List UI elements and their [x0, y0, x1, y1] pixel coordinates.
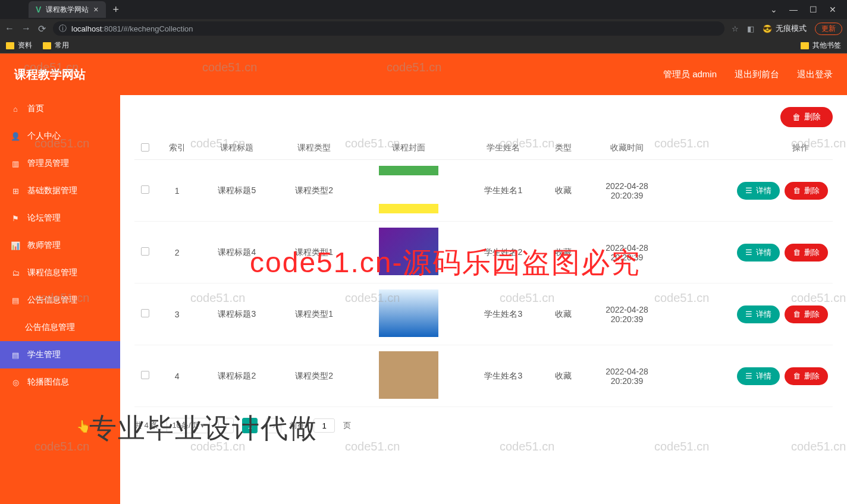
- sidebar-item-10[interactable]: ◎轮播图信息: [0, 368, 120, 396]
- main-content: 🗑 删除 索引 课程标题 课程类型 课程封面 学生姓名 类型 收藏时间: [120, 95, 847, 504]
- sidebar-icon: ▥: [11, 159, 20, 168]
- page-number[interactable]: 1: [242, 418, 258, 433]
- incognito-icon: 😎: [763, 24, 772, 33]
- checkbox[interactable]: [141, 247, 149, 256]
- checkbox[interactable]: [141, 309, 149, 317]
- cell-type: 课程类型1: [275, 284, 353, 345]
- back-icon[interactable]: ←: [5, 23, 14, 34]
- list-icon: ☰: [745, 248, 752, 257]
- chevron-down-icon: ▾: [200, 421, 205, 430]
- sidebar-item-5[interactable]: 📊教师管理: [0, 232, 120, 259]
- next-page-button[interactable]: ›: [266, 418, 281, 433]
- bookmark-item[interactable]: 资料: [6, 40, 32, 51]
- detail-button[interactable]: ☰ 详情: [737, 182, 780, 200]
- checkbox[interactable]: [141, 371, 149, 379]
- checkbox[interactable]: [141, 185, 149, 194]
- folder-icon: [6, 42, 14, 49]
- row-delete-button[interactable]: 🗑 删除: [785, 244, 828, 262]
- total-label: 共 4 条: [134, 420, 158, 431]
- prev-page-button[interactable]: ‹: [218, 418, 234, 433]
- reload-icon[interactable]: ⟳: [38, 23, 46, 34]
- cell-index: 3: [156, 284, 199, 345]
- cell-title: 课程标题3: [199, 284, 276, 345]
- cell-cover: [353, 222, 465, 284]
- sidebar: ⌂首页👤个人中心▥管理员管理⊞基础数据管理⚑论坛管理📊教师管理🗂课程信息管理▤公…: [0, 95, 120, 504]
- window-close-icon[interactable]: ✕: [829, 5, 836, 14]
- sidebar-item-4[interactable]: ⚑论坛管理: [0, 204, 120, 232]
- logout-link[interactable]: 退出登录: [797, 69, 833, 80]
- goto-pre: 前往: [290, 420, 305, 431]
- cell-time: 2022-04-2820:20:39: [585, 345, 669, 407]
- col-cover: 课程封面: [353, 137, 465, 160]
- cell-index: 2: [156, 222, 199, 284]
- sidebar-icon: ▤: [11, 296, 20, 305]
- cell-type: 课程类型1: [275, 222, 353, 284]
- table-row: 1课程标题5课程类型2学生姓名1收藏2022-04-2820:20:39☰ 详情…: [134, 160, 833, 222]
- star-icon[interactable]: ☆: [732, 24, 739, 33]
- vue-icon: V: [36, 5, 41, 14]
- col-time: 收藏时间: [585, 137, 669, 160]
- sidebar-item-7[interactable]: ▤公告信息管理: [0, 286, 120, 314]
- close-icon[interactable]: ×: [93, 5, 98, 14]
- sidebar-item-6[interactable]: 🗂课程信息管理: [0, 259, 120, 286]
- list-icon: ☰: [745, 310, 752, 319]
- row-delete-button[interactable]: 🗑 删除: [785, 305, 828, 323]
- table-row: 2课程标题4课程类型1学生姓名2收藏2022-04-2820:20:39☰ 详情…: [134, 222, 833, 284]
- cell-type: 课程类型2: [275, 345, 353, 407]
- url-host: localhost: [71, 24, 102, 33]
- cover-thumb: [379, 228, 438, 275]
- delete-button[interactable]: 🗑 删除: [780, 107, 833, 127]
- url-port: :8081: [102, 24, 121, 33]
- sidebar-item-8[interactable]: 公告信息管理: [0, 314, 120, 341]
- cell-time: 2022-04-2820:20:39: [585, 222, 669, 284]
- forward-icon[interactable]: →: [21, 23, 31, 34]
- col-index: 索引: [156, 137, 199, 160]
- row-delete-button[interactable]: 🗑 删除: [785, 367, 828, 385]
- sidebar-item-3[interactable]: ⊞基础数据管理: [0, 177, 120, 204]
- browser-tab[interactable]: V 课程教学网站 ×: [29, 1, 106, 18]
- sidebar-item-label: 论坛管理: [27, 213, 61, 223]
- extensions-icon[interactable]: ◧: [747, 24, 754, 33]
- table-row: 4课程标题2课程类型2学生姓名3收藏2022-04-2820:20:39☰ 详情…: [134, 345, 833, 407]
- detail-button[interactable]: ☰ 详情: [737, 244, 780, 262]
- bookmark-other[interactable]: 其他书签: [801, 40, 841, 51]
- bookmark-item[interactable]: 常用: [43, 40, 69, 51]
- sidebar-item-0[interactable]: ⌂首页: [0, 95, 120, 122]
- update-button[interactable]: 更新: [815, 23, 842, 35]
- window-dropdown-icon[interactable]: ⌄: [770, 5, 777, 14]
- row-delete-button[interactable]: 🗑 删除: [785, 182, 828, 200]
- user-badge[interactable]: 管理员 admin: [663, 69, 717, 80]
- bookmark-label: 资料: [18, 40, 32, 51]
- incognito-label: 无痕模式: [776, 23, 807, 34]
- cell-cat: 收藏: [542, 160, 585, 222]
- trash-icon: 🗑: [793, 371, 801, 380]
- sidebar-item-label: 管理员管理: [27, 158, 69, 169]
- new-tab-button[interactable]: +: [113, 4, 120, 16]
- url-field[interactable]: ⓘ localhost :8081 /#/kechengCollection: [53, 21, 724, 36]
- cell-time: 2022-04-2820:20:39: [585, 284, 669, 345]
- checkbox-all[interactable]: [141, 143, 149, 152]
- data-table: 索引 课程标题 课程类型 课程封面 学生姓名 类型 收藏时间 操作 1课程标题5…: [134, 137, 833, 407]
- cover-thumb: [379, 289, 438, 337]
- col-type: 课程类型: [275, 137, 353, 160]
- cell-student: 学生姓名3: [465, 284, 542, 345]
- page-size-select[interactable]: 10条/页 ▾: [167, 418, 210, 433]
- sidebar-item-9[interactable]: ▤学生管理: [0, 341, 120, 368]
- cell-cover: [353, 345, 465, 407]
- detail-button[interactable]: ☰ 详情: [737, 305, 780, 323]
- sidebar-icon: ⌂: [11, 105, 20, 114]
- sidebar-item-1[interactable]: 👤个人中心: [0, 122, 120, 150]
- window-minimize-icon[interactable]: —: [789, 5, 798, 14]
- sidebar-item-label: 基础数据管理: [27, 185, 77, 196]
- detail-button[interactable]: ☰ 详情: [737, 367, 780, 385]
- list-icon: ☰: [745, 371, 752, 380]
- sidebar-item-label: 个人中心: [27, 131, 61, 141]
- window-maximize-icon[interactable]: ☐: [810, 5, 817, 14]
- incognito-badge: 😎 无痕模式: [763, 23, 807, 34]
- goto-input[interactable]: [313, 418, 335, 433]
- address-bar: ← → ⟳ ⓘ localhost :8081 /#/kechengCollec…: [0, 19, 847, 38]
- col-title: 课程标题: [199, 137, 276, 160]
- cell-student: 学生姓名3: [465, 345, 542, 407]
- sidebar-item-2[interactable]: ▥管理员管理: [0, 150, 120, 177]
- to-front-link[interactable]: 退出到前台: [735, 69, 779, 80]
